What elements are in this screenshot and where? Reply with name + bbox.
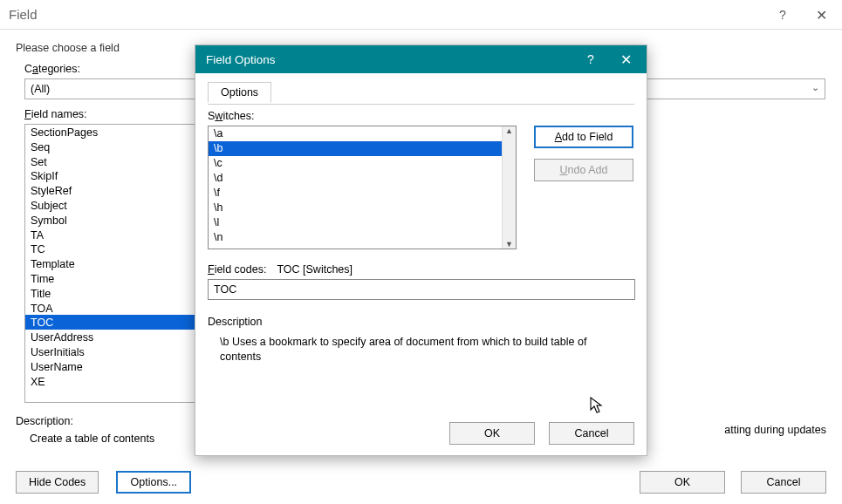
switches-side-buttons: Add to Field Undo Add <box>534 126 633 181</box>
field-codes-label: Field codes: <box>208 263 266 276</box>
options-help-icon[interactable]: ? <box>573 45 608 73</box>
switch-item[interactable]: \l <box>209 215 502 230</box>
field-name-item[interactable]: SkipIf <box>25 168 198 183</box>
field-options-body: Options Switches: \a\b\c\d\f\h\l\n ▲ ▼ A… <box>195 73 647 422</box>
undo-add-button[interactable]: Undo Add <box>534 159 633 181</box>
field-name-item[interactable]: TA <box>25 228 198 242</box>
switches-label: Switches: <box>208 110 634 122</box>
options-ok-button[interactable]: OK <box>449 422 535 445</box>
switches-scrollbar[interactable]: ▲ ▼ <box>502 126 516 249</box>
field-options-titlebar: Field Options ? ✕ <box>195 45 647 73</box>
field-close-icon[interactable]: ✕ <box>804 0 839 30</box>
tab-options[interactable]: Options <box>208 82 271 103</box>
field-name-item[interactable]: Title <box>25 286 198 301</box>
field-name-item[interactable]: UserInitials <box>25 344 198 359</box>
switch-item[interactable]: \d <box>209 171 502 186</box>
switches-row: \a\b\c\d\f\h\l\n ▲ ▼ Add to Field Undo A… <box>208 126 634 249</box>
field-name-item[interactable]: Set <box>25 154 198 169</box>
categories-value: (All) <box>31 83 50 95</box>
field-dialog-title: Field <box>9 7 38 22</box>
categories-label-post: tegories: <box>38 63 80 75</box>
add-accel: A <box>555 131 562 143</box>
field-name-item[interactable]: Subject <box>25 198 198 213</box>
scroll-down-icon[interactable]: ▼ <box>505 240 513 249</box>
options-bottom-buttons: OK Cancel <box>195 422 647 455</box>
field-name-item[interactable]: UserName <box>25 359 198 374</box>
preserve-formatting-text: atting during updates <box>724 424 826 436</box>
undo-accel: U <box>560 164 568 176</box>
categories-label-accel: a <box>32 63 38 75</box>
field-names-label-accel: F <box>24 108 31 120</box>
field-options-dialog: Field Options ? ✕ Options Switches: \a\b… <box>195 44 647 456</box>
field-codes-format: TOC [Switches] <box>277 263 353 276</box>
field-name-item[interactable]: Template <box>25 256 198 271</box>
field-titlebar: Field ? ✕ <box>0 0 842 30</box>
categories-label-pre: C <box>24 63 32 75</box>
hide-codes-button[interactable]: Hide Codes <box>16 471 99 494</box>
options-close-icon[interactable]: ✕ <box>608 45 643 73</box>
field-name-item[interactable]: XE <box>25 374 198 389</box>
field-name-item[interactable]: SectionPages <box>25 125 198 140</box>
chevron-down-icon: ⌄ <box>811 82 819 93</box>
fc-accel: F <box>208 263 215 276</box>
field-ok-button[interactable]: OK <box>640 471 725 494</box>
options-tabstrip: Options <box>208 82 634 105</box>
switch-item[interactable]: \h <box>209 201 502 215</box>
field-codes-value: TOC <box>214 283 236 296</box>
undo-rest: ndo Add <box>568 164 608 176</box>
options-cancel-button[interactable]: Cancel <box>549 422 634 445</box>
options-description-label: Description <box>208 316 634 328</box>
switches-list[interactable]: \a\b\c\d\f\h\l\n ▲ ▼ <box>208 126 517 249</box>
switch-item[interactable]: \f <box>209 186 502 201</box>
field-name-item[interactable]: Seq <box>25 140 198 154</box>
field-name-item[interactable]: TC <box>25 242 198 256</box>
options-description-text: \b Uses a bookmark to specify area of do… <box>220 335 630 364</box>
field-name-item[interactable]: Symbol <box>25 213 198 228</box>
switch-item[interactable]: \b <box>209 141 502 156</box>
fc-rest: ield codes: <box>215 263 267 276</box>
switch-item[interactable]: \a <box>209 126 502 141</box>
field-names-list[interactable]: SectionPagesSeqSetSkipIfStyleRefSubjectS… <box>24 124 199 403</box>
field-names-label-post: ield names: <box>31 108 87 120</box>
field-name-item[interactable]: TOA <box>25 301 198 316</box>
field-name-item[interactable]: StyleRef <box>25 183 198 198</box>
scroll-up-icon[interactable]: ▲ <box>505 126 513 135</box>
add-to-field-button[interactable]: Add to Field <box>534 126 633 148</box>
field-name-item[interactable]: UserAddress <box>25 330 198 344</box>
switch-item[interactable]: \c <box>209 156 502 171</box>
field-codes-row: Field codes: TOC [Switches] <box>208 263 634 276</box>
field-codes-input[interactable]: TOC <box>208 279 635 300</box>
field-name-item[interactable]: Time <box>25 271 198 286</box>
switches-label-post: itches: <box>222 110 254 122</box>
field-bottom-buttons: Hide Codes Options... OK Cancel <box>0 469 842 495</box>
switch-item[interactable]: \n <box>209 230 502 245</box>
add-rest: dd to Field <box>562 131 613 143</box>
field-cancel-button[interactable]: Cancel <box>741 471 826 494</box>
field-options-title: Field Options <box>206 53 276 66</box>
options-button[interactable]: Options... <box>116 471 191 494</box>
field-help-icon[interactable]: ? <box>765 0 800 30</box>
field-name-item[interactable]: TOC <box>25 315 198 330</box>
